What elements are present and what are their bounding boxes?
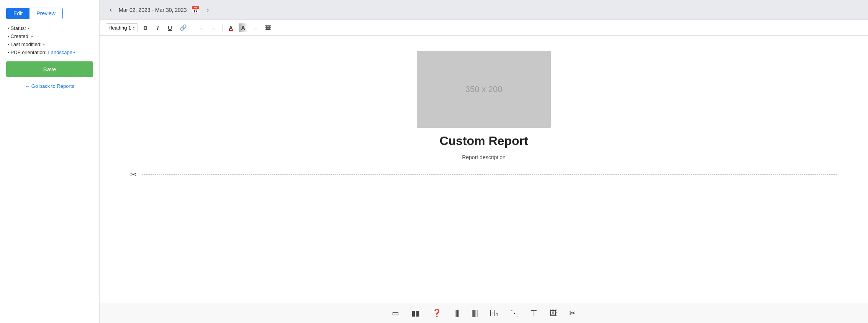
layout-two-col-button[interactable]: ▮▮: [408, 307, 423, 319]
editor-content: 350 x 200 Custom Report Report descripti…: [100, 36, 868, 303]
edit-preview-toggle: Edit Preview: [6, 8, 63, 19]
divider-line: [142, 174, 837, 175]
status-label: Status:: [11, 25, 26, 31]
heading-select[interactable]: Heading 1 ↕: [106, 23, 138, 32]
created-label: Created:: [11, 33, 30, 39]
italic-button[interactable]: I: [153, 23, 162, 32]
image-placeholder-text: 350 x 200: [465, 84, 503, 94]
last-modified-value: -: [43, 41, 44, 47]
align-button[interactable]: ≡: [251, 23, 260, 32]
report-description: Report description: [462, 154, 506, 160]
highlight-button[interactable]: A: [239, 23, 248, 32]
calendar-icon[interactable]: 📅: [191, 6, 200, 14]
status-value: -: [28, 25, 29, 31]
last-modified-label: Last modified:: [11, 41, 42, 47]
section-divider: ✂: [130, 174, 837, 175]
edit-button[interactable]: Edit: [7, 8, 29, 19]
layout-four-col-button[interactable]: ||||: [451, 307, 462, 319]
unordered-list-button[interactable]: ≡: [209, 23, 218, 32]
back-to-reports-link[interactable]: ← Go back to Reports: [6, 83, 93, 89]
date-prev-button[interactable]: ‹: [107, 4, 114, 15]
footer-block-button[interactable]: ⋱: [508, 307, 521, 319]
scissors-icon: ✂: [130, 170, 137, 179]
date-next-button[interactable]: ›: [204, 4, 211, 15]
editor-area: Heading 1 ↕ B I U 🔗 ≡ ≡ A A ≡ 🖼 350 x 20…: [100, 20, 868, 323]
date-range-display: Mar 02, 2023 - Mar 30, 2023: [119, 7, 187, 13]
title-block-button[interactable]: ⊤: [527, 307, 540, 319]
preview-button[interactable]: Preview: [29, 8, 62, 19]
header-block-button[interactable]: Hₙ: [486, 307, 501, 319]
cut-block-button[interactable]: ✂: [566, 307, 579, 319]
meta-info-list: Status: - Created: - Last modified: - PD…: [6, 25, 93, 55]
heading-select-arrow: ↕: [133, 25, 135, 31]
main-content: ‹ Mar 02, 2023 - Mar 30, 2023 📅 › Headin…: [100, 0, 868, 323]
status-item: Status: -: [8, 25, 93, 31]
link-button[interactable]: 🔗: [178, 23, 189, 32]
bold-button[interactable]: B: [141, 23, 150, 32]
date-bar: ‹ Mar 02, 2023 - Mar 30, 2023 📅 ›: [100, 0, 868, 20]
toolbar-divider-1: [193, 24, 193, 31]
image-toolbar-button[interactable]: 🖼: [263, 23, 273, 32]
pdf-orientation-dropdown[interactable]: Landscape: [48, 49, 75, 55]
save-button[interactable]: Save: [6, 61, 93, 77]
underline-button[interactable]: U: [165, 23, 175, 32]
pdf-orientation-label: PDF orientation:: [11, 49, 47, 55]
image-block-button[interactable]: 🖼: [546, 307, 560, 319]
editor-toolbar: Heading 1 ↕ B I U 🔗 ≡ ≡ A A ≡ 🖼: [100, 20, 868, 36]
bottom-toolbar: ▭ ▮▮ ❓ |||| ||||| Hₙ ⋱ ⊤ 🖼 ✂: [100, 303, 868, 323]
sidebar: Edit Preview Status: - Created: - Last m…: [0, 0, 100, 323]
toolbar-divider-2: [222, 24, 223, 31]
created-value: -: [31, 33, 33, 39]
ordered-list-button[interactable]: ≡: [197, 23, 206, 32]
created-item: Created: -: [8, 33, 93, 39]
last-modified-item: Last modified: -: [8, 41, 93, 47]
report-title: Custom Report: [439, 134, 528, 148]
image-placeholder: 350 x 200: [417, 51, 551, 128]
heading-select-label: Heading 1: [108, 25, 131, 31]
font-color-button[interactable]: A: [226, 23, 236, 32]
layout-single-col-button[interactable]: ▭: [389, 307, 402, 319]
pdf-orientation-item: PDF orientation: Landscape: [8, 49, 93, 55]
layout-three-col-button[interactable]: ❓: [429, 307, 445, 319]
layout-five-col-button[interactable]: |||||: [468, 307, 480, 319]
